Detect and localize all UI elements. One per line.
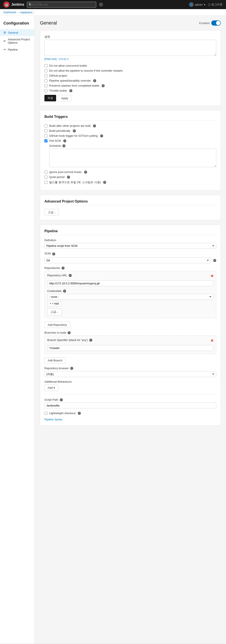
- add-repository-btn[interactable]: Add Repository: [44, 322, 70, 328]
- lightweight-checkout-help-icon[interactable]: ?: [78, 412, 81, 415]
- enabled-toggle-switch[interactable]: [211, 20, 221, 26]
- search-container: 🔍: [27, 2, 96, 8]
- pipeline-speed-help-icon[interactable]: ?: [93, 79, 96, 82]
- add-behaviour-btn[interactable]: Add ▾: [44, 384, 58, 391]
- repositories-help-icon[interactable]: ?: [62, 266, 65, 270]
- preserve-stashes-help-icon[interactable]: ?: [102, 84, 105, 87]
- repo-advanced-btn[interactable]: 고급...: [47, 308, 62, 316]
- credentials-label-row: Credentials ?: [47, 289, 214, 292]
- breadcrumb-project[interactable]: mypipeproj: [20, 11, 32, 14]
- checkbox-periodically-input[interactable]: [44, 129, 47, 132]
- definition-group: Definition Pipeline script Pipeline scri…: [44, 238, 216, 249]
- repositories-label: Repositories: [44, 266, 60, 270]
- breadcrumb-dashboard[interactable]: Dashboard: [3, 11, 16, 14]
- script-path-label-row: Script Path ?: [44, 398, 216, 401]
- preview-link[interactable]: 미리보기: [59, 58, 69, 60]
- general-section: 설명 [Plain text] 미리보기 Do not allow concur…: [40, 30, 221, 106]
- definition-select-wrapper: Pipeline script Pipeline script from SCM: [44, 243, 216, 249]
- script-path-help-icon[interactable]: ?: [60, 398, 63, 401]
- definition-label: Definition: [44, 238, 216, 242]
- logout-link[interactable]: ⬡ 로그아웃: [208, 2, 223, 6]
- lightweight-checkout-label: Lightweight checkout: [49, 412, 75, 415]
- sidebar-item-pipeline[interactable]: ↩ Pipeline: [0, 46, 34, 53]
- credentials-add-btn[interactable]: + + Add: [47, 301, 61, 306]
- ignore-post-commit-help-icon[interactable]: ?: [84, 170, 87, 174]
- checkbox-github-hook: GitHub hook trigger for GITScm polling ?: [44, 134, 216, 138]
- checkbox-pipeline-speed-input[interactable]: [44, 79, 47, 82]
- scm-select[interactable]: None Git: [44, 258, 211, 263]
- edit-icon: ✏: [3, 39, 6, 43]
- description-textarea[interactable]: [44, 40, 216, 56]
- repo-browser-group: Repository browser ? (자동): [44, 366, 216, 377]
- add-branch-btn[interactable]: Add Branch: [44, 357, 66, 364]
- checkbox-ignore-post-commit-input[interactable]: [44, 170, 47, 174]
- checkbox-github-project-input[interactable]: [44, 74, 47, 77]
- repo-browser-select[interactable]: (자동): [44, 371, 216, 377]
- sidebar-item-pipeline-label: Pipeline: [8, 48, 18, 51]
- checkbox-no-resume: Do not allow the pipeline to resume if t…: [44, 69, 216, 72]
- repo-url-input[interactable]: [47, 280, 214, 286]
- branch-specifier-input[interactable]: [47, 345, 214, 351]
- pipeline-syntax-link[interactable]: Pipeline Syntax: [44, 418, 62, 421]
- checkbox-no-concurrent-input[interactable]: [44, 64, 47, 67]
- trigger-builds-help-icon[interactable]: ?: [103, 181, 106, 184]
- breadcrumb-sep-2: ›: [34, 11, 34, 14]
- ignore-post-commit-row: Ignore post-commit hooks ?: [44, 170, 216, 174]
- logo-text: Jenkins: [11, 2, 24, 6]
- quiet-period-help-icon[interactable]: ?: [67, 176, 70, 179]
- after-other-help-icon[interactable]: ?: [93, 124, 96, 128]
- checkbox-github-project: GitHub project: [44, 74, 216, 77]
- sidebar-item-general[interactable]: ⚙ General: [0, 29, 34, 36]
- checkbox-throttle-builds-input[interactable]: [44, 89, 47, 92]
- sidebar-item-advanced[interactable]: ✏ Advanced Project Options: [0, 36, 34, 46]
- checkbox-throttle-builds-label: Throttle builds: [49, 89, 67, 92]
- checkbox-ignore-post-commit: Ignore post-commit hooks ?: [44, 170, 216, 174]
- checkbox-no-resume-input[interactable]: [44, 69, 47, 72]
- checkbox-after-other: Build after other projects are built ?: [44, 124, 216, 128]
- help-icon[interactable]: ?: [99, 2, 103, 7]
- sidebar-item-advanced-label: Advanced Project Options: [8, 38, 31, 44]
- save-button[interactable]: 저장: [44, 95, 56, 101]
- checkbox-preserve-stashes-input[interactable]: [44, 84, 47, 87]
- branches-to-build-group: Branches to build ? Branch Specifier (bl…: [44, 331, 216, 364]
- user-chevron-icon: ▾: [204, 3, 205, 6]
- main-layout: Configuration ⚙ General ✏ Advanced Proje…: [0, 16, 226, 644]
- credentials-help-icon[interactable]: ?: [63, 290, 66, 292]
- repo-browser-help-icon[interactable]: ?: [70, 367, 73, 370]
- throttle-builds-help-icon[interactable]: ?: [69, 89, 72, 92]
- checkbox-poll-scm: Poll SCM ?: [44, 139, 216, 142]
- definition-select[interactable]: Pipeline script Pipeline script from SCM: [44, 243, 216, 249]
- periodically-help-icon[interactable]: ?: [73, 129, 76, 132]
- schedule-help-icon[interactable]: ?: [62, 144, 65, 148]
- scm-help-icon[interactable]: ?: [52, 252, 55, 256]
- checkboxes-group: Do not allow concurrent builds Do not al…: [44, 64, 216, 92]
- scm-right-help-icon[interactable]: ?: [213, 259, 216, 262]
- remove-repo-btn[interactable]: ✕: [211, 274, 214, 278]
- additional-behaviours-label: Additional Behaviours: [44, 380, 72, 383]
- lightweight-checkout-input[interactable]: [44, 412, 47, 415]
- repo-url-help-icon[interactable]: ?: [69, 274, 72, 277]
- script-path-input[interactable]: [44, 403, 216, 408]
- branch-specifier-label-row: Branch Specifier (blank for 'any') ?: [47, 338, 92, 342]
- remove-branch-btn[interactable]: ✕: [211, 338, 214, 343]
- checkbox-poll-scm-input[interactable]: [44, 139, 47, 142]
- search-input[interactable]: [27, 2, 96, 8]
- advanced-options-btn[interactable]: 고급...: [44, 209, 59, 216]
- plain-text-link[interactable]: [Plain text]: [44, 58, 57, 60]
- header: 🤖 Jenkins 🔍 ? 👤 admin ▾ ⬡ 로그아웃: [0, 0, 226, 9]
- poll-scm-help-icon[interactable]: ?: [63, 139, 66, 142]
- enabled-label: Enabled: [199, 22, 210, 25]
- checkbox-quiet-period-input[interactable]: [44, 176, 47, 179]
- schedule-textarea[interactable]: [49, 149, 216, 167]
- checkbox-trigger-builds-input[interactable]: [44, 181, 47, 184]
- checkbox-after-other-input[interactable]: [44, 124, 47, 128]
- page-header: General Enabled: [40, 20, 221, 26]
- user-menu[interactable]: 👤 admin ▾: [189, 2, 205, 7]
- checkbox-github-hook-input[interactable]: [44, 134, 47, 138]
- branches-to-build-help-icon[interactable]: ?: [68, 331, 71, 334]
- checkbox-github-hook-label: GitHub hook trigger for GITScm polling: [49, 134, 98, 138]
- credentials-select[interactable]: - none -: [47, 294, 214, 300]
- apply-button[interactable]: Apply: [58, 95, 72, 101]
- github-hook-help-icon[interactable]: ?: [100, 134, 103, 138]
- branch-specifier-help-icon[interactable]: ?: [89, 338, 92, 342]
